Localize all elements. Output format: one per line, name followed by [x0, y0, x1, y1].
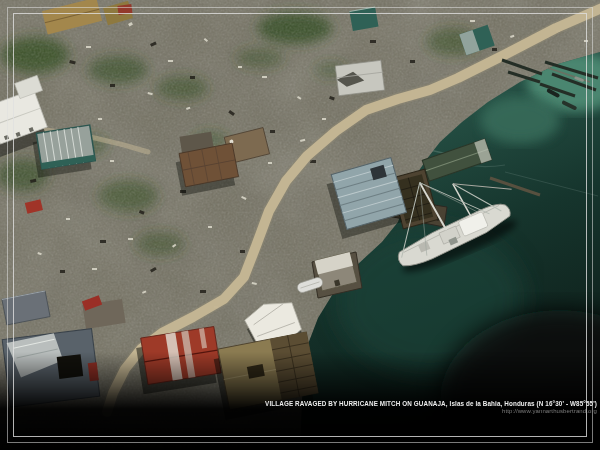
caption-text: VILLAGE RAVAGED BY HURRICANE MITCH ON GU…	[265, 401, 597, 408]
photo-caption: VILLAGE RAVAGED BY HURRICANE MITCH ON GU…	[265, 401, 597, 415]
gray-building	[335, 60, 384, 95]
photo-credit-url: http://www.yannarthusbertrand.org	[265, 408, 597, 415]
teal-metal-building	[31, 125, 96, 178]
hurricane-aerial-photo: VILLAGE RAVAGED BY HURRICANE MITCH ON GU…	[0, 0, 600, 450]
photo-scene	[0, 0, 600, 450]
